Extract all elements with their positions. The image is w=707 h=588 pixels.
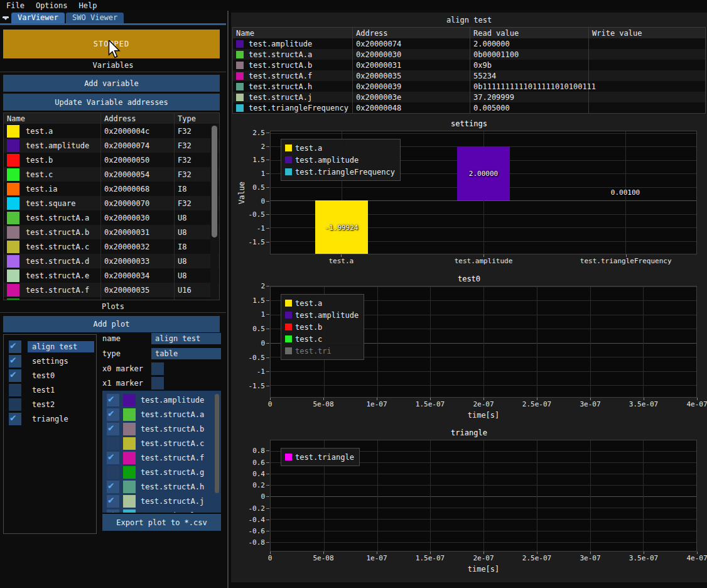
color-swatch[interactable] (123, 509, 136, 513)
plot-list-item[interactable]: settings (9, 355, 94, 368)
plot-visible-checkbox[interactable] (9, 340, 21, 353)
table-row[interactable]: test.square0x20000070F32 (4, 196, 219, 210)
color-swatch[interactable] (123, 437, 136, 450)
series-item[interactable]: test.amplitude (102, 393, 221, 407)
plot-list-item[interactable]: triangle (9, 413, 94, 425)
table-row[interactable]: test.structA.a0x20000030U8 (4, 210, 219, 225)
plot-list-item[interactable]: test0 (9, 369, 94, 382)
series-checkbox[interactable] (107, 408, 119, 421)
table-row[interactable]: test.b0x20000050F32 (4, 153, 219, 167)
table-row[interactable]: test.structA.h0x200000390b11111111110111… (233, 81, 705, 92)
series-scrollbar-thumb[interactable] (215, 394, 219, 493)
table-row[interactable]: test.amplitude0x20000074F32 (4, 138, 219, 153)
table-row[interactable]: test.structA.b0x20000031U8 (4, 225, 219, 239)
table-row[interactable]: test.structA.a0x200000300b00001100 (233, 49, 705, 60)
color-swatch[interactable] (236, 94, 244, 101)
series-item[interactable]: test.structA.j (102, 494, 221, 508)
table-row[interactable]: test.structA.d0x20000033U8 (4, 254, 219, 268)
table-row[interactable]: test.structA.b0x200000310x9b (233, 60, 705, 70)
series-item[interactable]: test.structA.a (102, 407, 221, 422)
table-row[interactable]: test.structA.e0x20000034U8 (4, 268, 219, 283)
color-swatch[interactable] (123, 481, 136, 493)
legend-entry[interactable]: test.triangleFrequency (285, 166, 395, 178)
color-swatch[interactable] (236, 83, 244, 90)
series-item[interactable]: test.structA.h (102, 479, 221, 494)
export-csv-button[interactable]: Export plot to *.csv (102, 514, 221, 531)
menu-options[interactable]: Options (36, 1, 68, 10)
color-swatch[interactable] (123, 452, 136, 464)
color-swatch[interactable] (123, 495, 136, 508)
plot-list-item[interactable]: test2 (9, 398, 94, 411)
series-item[interactable]: test.structA.b (102, 422, 221, 436)
series-checkbox[interactable] (107, 466, 119, 479)
x0-marker-checkbox[interactable] (151, 362, 164, 375)
table-row[interactable]: test.structA.f0x20000035U16 (4, 283, 219, 297)
plot-list-item[interactable]: align test (9, 340, 94, 353)
menu-help[interactable]: Help (78, 1, 97, 10)
x1-marker-checkbox[interactable] (151, 377, 164, 389)
table-row[interactable]: test.structA.f0x2000003555234 (233, 70, 705, 81)
legend-entry[interactable]: test.tri (285, 345, 359, 357)
variables-scrollbar[interactable] (210, 124, 219, 299)
tab-swo-viewer[interactable]: SWO Viewer (66, 13, 124, 23)
table-row[interactable]: test.triangleFrequency0x200000480.005000 (233, 102, 705, 113)
series-checkbox[interactable] (107, 509, 119, 513)
color-swatch[interactable] (7, 168, 19, 181)
color-swatch[interactable] (7, 241, 19, 253)
series-checkbox[interactable] (107, 437, 119, 450)
table-row[interactable]: test.structA.c0x20000032I8 (4, 239, 219, 254)
color-swatch[interactable] (123, 394, 136, 406)
color-swatch[interactable] (7, 212, 19, 224)
write-value[interactable] (589, 70, 705, 81)
series-item[interactable]: test.structA.g (102, 465, 221, 479)
series-item[interactable]: test.triangleFrequency (102, 508, 221, 513)
write-value[interactable] (589, 102, 705, 113)
table-row[interactable]: test.structA.g (4, 297, 219, 300)
plot-name-input[interactable]: align test (151, 333, 221, 344)
color-swatch[interactable] (236, 51, 244, 58)
series-item[interactable]: test.structA.c (102, 436, 221, 450)
color-swatch[interactable] (7, 125, 19, 138)
plot-area[interactable]: -1.999242.000000.00100test.atest.amplitu… (270, 131, 697, 254)
legend-entry[interactable]: test.c (285, 333, 359, 345)
table-row[interactable]: test.a0x2000004cF32 (4, 124, 219, 138)
color-swatch[interactable] (236, 62, 244, 69)
color-swatch[interactable] (123, 408, 136, 421)
plot-area[interactable]: test.atest.amplitudetest.btest.ctest.tri (270, 286, 697, 398)
color-swatch[interactable] (7, 270, 19, 282)
write-value[interactable] (589, 60, 705, 70)
legend[interactable]: test.triangle (281, 448, 360, 466)
table-row[interactable]: test.amplitude0x200000742.000000 (233, 38, 705, 49)
tab-varviewer[interactable]: VarViewer (11, 13, 65, 23)
color-swatch[interactable] (7, 197, 19, 210)
update-variable-addresses-button[interactable]: Update Variable addresses (3, 94, 220, 111)
legend[interactable]: test.atest.amplitudetest.btest.ctest.tri (281, 294, 364, 360)
color-swatch[interactable] (236, 104, 244, 112)
write-value[interactable] (589, 38, 705, 49)
table-row[interactable]: test.structA.j0x2000003e37.209999 (233, 92, 705, 102)
write-value[interactable] (589, 81, 705, 92)
plot-visible-checkbox[interactable] (9, 398, 21, 411)
color-swatch[interactable] (7, 139, 19, 152)
plot-list-item[interactable]: test1 (9, 384, 94, 396)
legend-entry[interactable]: test.a (285, 142, 395, 154)
color-swatch[interactable] (7, 226, 19, 239)
write-value[interactable] (589, 92, 705, 102)
legend-entry[interactable]: test.b (285, 321, 359, 333)
scrollbar-thumb[interactable] (212, 126, 217, 237)
series-checkbox[interactable] (107, 452, 119, 464)
color-swatch[interactable] (7, 154, 19, 166)
plot-type-select[interactable]: table (151, 348, 221, 359)
color-swatch[interactable] (7, 255, 19, 268)
color-swatch[interactable] (236, 40, 244, 48)
color-swatch[interactable] (123, 423, 136, 435)
color-swatch[interactable] (7, 284, 19, 297)
plot-visible-checkbox[interactable] (9, 413, 21, 425)
table-row[interactable]: test.c0x20000054F32 (4, 167, 219, 182)
color-swatch[interactable] (236, 72, 244, 80)
legend-entry[interactable]: test.a (285, 297, 359, 309)
legend-entry[interactable]: test.amplitude (285, 309, 359, 321)
color-swatch[interactable] (7, 298, 19, 301)
color-swatch[interactable] (7, 183, 19, 195)
series-checkbox[interactable] (107, 481, 119, 493)
